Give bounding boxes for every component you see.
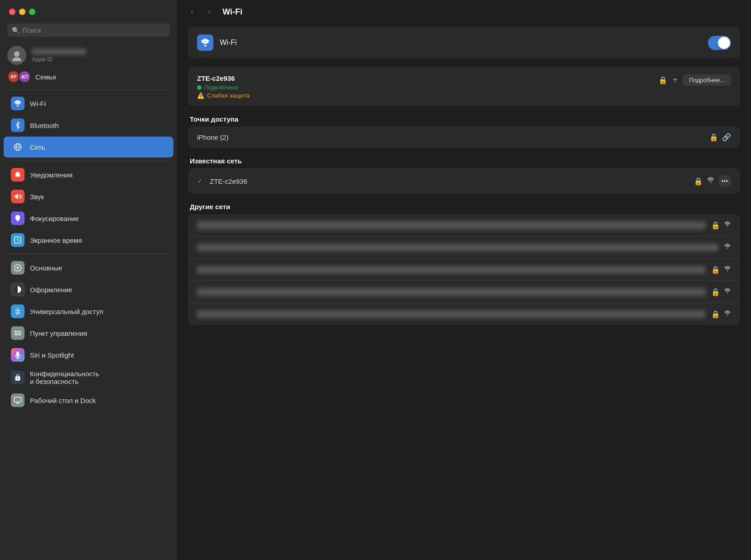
sidebar-item-general[interactable]: Основные [4, 257, 173, 278]
sidebar-item-siri[interactable]: Siri и Spotlight [4, 344, 173, 365]
list-item[interactable]: 🔒 [188, 303, 740, 325]
wifi-main-icon [197, 34, 213, 51]
svg-point-30 [727, 248, 728, 249]
appearance-icon [11, 283, 25, 296]
main-scroll[interactable]: Wi-Fi ZTE-c2e936 Подключено ⚠️ Слабая за… [177, 24, 751, 560]
known-network-icons: 🔒 ••• [694, 175, 731, 187]
wifi-label: Wi-Fi [220, 39, 702, 47]
close-button[interactable] [9, 9, 15, 15]
network-icon [11, 140, 25, 154]
list-item[interactable]: 🔒 [188, 281, 740, 303]
svg-point-32 [727, 292, 728, 294]
accessibility-icon [11, 305, 25, 318]
sidebar-item-label-accessibility: Универсальный доступ [30, 308, 103, 315]
family-avatars: КР АП [7, 70, 31, 83]
sidebar-item-focus[interactable]: Фокусирование [4, 208, 173, 229]
other-network-1 [197, 221, 706, 229]
other-network-5 [197, 310, 706, 318]
svg-point-28 [710, 182, 711, 183]
profile-apple-id: Apple ID [32, 56, 86, 63]
sidebar-item-label-screentime: Экранное время [30, 236, 82, 244]
privacy-icon [11, 371, 25, 384]
list-item[interactable]: ✓ ZTE-c2e936 🔒 ••• [188, 168, 740, 194]
connected-dot [197, 85, 202, 90]
profile-name [32, 49, 86, 55]
other-icons-3: 🔒 [711, 265, 731, 274]
sidebar-item-label-notifications: Уведомления [30, 171, 73, 179]
lock-icon-other4: 🔒 [711, 288, 720, 296]
status-connected-row: Подключено [197, 84, 654, 91]
profile-section[interactable]: Apple ID [0, 42, 177, 69]
main-titlebar: ‹ › Wi-Fi [177, 0, 751, 24]
lock-icon-other3: 🔒 [711, 265, 720, 274]
minimize-button[interactable] [19, 9, 25, 15]
family-avatar-ap: АП [18, 70, 31, 83]
sidebar-item-screentime[interactable]: Экранное время [4, 230, 173, 251]
svg-point-12 [19, 333, 20, 334]
maximize-button[interactable] [29, 9, 35, 15]
family-section[interactable]: КР АП Семья [0, 69, 177, 87]
details-button[interactable]: Подробнее... [683, 74, 731, 86]
search-placeholder[interactable]: Поиск [22, 26, 41, 34]
list-item[interactable] [188, 236, 740, 259]
app-window: 🔍 Поиск Apple ID КР АП Семья [0, 0, 751, 560]
other-header: Другие сети [190, 203, 740, 211]
search-icon: 🔍 [12, 27, 20, 34]
forward-button[interactable]: › [203, 6, 215, 18]
known-network-name: ZTE-c2e936 [210, 177, 688, 185]
lock-icon-other1: 🔒 [711, 221, 720, 230]
status-connected-label: Подключено [204, 84, 238, 91]
status-warning-label: Слабая защита [207, 92, 249, 99]
sidebar-item-label-control: Пункт управления [30, 329, 87, 337]
search-bar[interactable]: 🔍 Поиск [7, 24, 170, 37]
sidebar-item-bluetooth[interactable]: Bluetooth [4, 115, 173, 136]
sidebar: 🔍 Поиск Apple ID КР АП Семья [0, 0, 177, 560]
sidebar-item-network[interactable]: Сеть [4, 137, 173, 157]
svg-point-26 [674, 81, 676, 82]
sidebar-item-label-appearance: Оформление [30, 286, 72, 294]
wifi-icon-other5 [724, 309, 731, 319]
screentime-icon [11, 233, 25, 247]
sidebar-item-label-sound: Звук [30, 193, 44, 201]
sidebar-divider-2 [7, 161, 170, 161]
list-item[interactable]: 🔒 [188, 214, 740, 236]
network-actions: 🔒 Подробнее... [658, 74, 731, 86]
lock-icon-other5: 🔒 [711, 310, 720, 319]
list-item[interactable]: 🔒 [188, 259, 740, 281]
other-icons-2 [724, 243, 731, 252]
sidebar-item-accessibility[interactable]: Универсальный доступ [4, 301, 173, 322]
wifi-icon-other3 [724, 265, 731, 274]
sidebar-item-appearance[interactable]: Оформление [4, 279, 173, 300]
network-name: ZTE-c2e936 [197, 74, 654, 82]
svg-point-10 [17, 308, 19, 309]
sidebar-item-desktop[interactable]: Рабочий стол и Dock [4, 390, 173, 411]
sidebar-item-notifications[interactable]: Уведомления [4, 164, 173, 185]
iphone-hotspot-name: iPhone (2) [197, 133, 704, 141]
bluetooth-icon [11, 118, 25, 132]
sidebar-item-control[interactable]: Пункт управления [4, 323, 173, 344]
svg-point-33 [727, 314, 728, 316]
sidebar-item-label-privacy: Конфиденциальностьи безопасность [30, 370, 99, 385]
network-row: ZTE-c2e936 Подключено ⚠️ Слабая защита 🔒 [197, 74, 731, 99]
other-networks-list: 🔒 [188, 214, 740, 325]
back-button[interactable]: ‹ [186, 6, 198, 18]
svg-point-1 [12, 57, 21, 61]
sidebar-item-privacy[interactable]: Конфиденциальностьи безопасность [4, 366, 173, 389]
avatar [7, 46, 26, 65]
link-icon-hotspot: 🔗 [722, 133, 731, 142]
sidebar-item-label-desktop: Рабочий стол и Dock [30, 397, 96, 404]
sidebar-item-wifi[interactable]: Wi-Fi [4, 93, 173, 114]
more-button[interactable]: ••• [718, 175, 731, 187]
sound-icon [11, 190, 25, 203]
svg-point-2 [17, 105, 19, 107]
wifi-toggle[interactable] [708, 36, 731, 50]
sidebar-divider [7, 89, 170, 90]
network-info: ZTE-c2e936 Подключено ⚠️ Слабая защита [197, 74, 654, 99]
status-warning-row: ⚠️ Слабая защита [197, 92, 654, 99]
wifi-toggle-card: Wi-Fi [188, 27, 740, 58]
sidebar-item-label-bluetooth: Bluetooth [30, 122, 59, 129]
list-item[interactable]: iPhone (2) 🔒 🔗 [188, 127, 740, 148]
sidebar-item-sound[interactable]: Звук [4, 186, 173, 207]
siri-icon [11, 348, 25, 362]
sidebar-item-label-network: Сеть [30, 143, 45, 151]
